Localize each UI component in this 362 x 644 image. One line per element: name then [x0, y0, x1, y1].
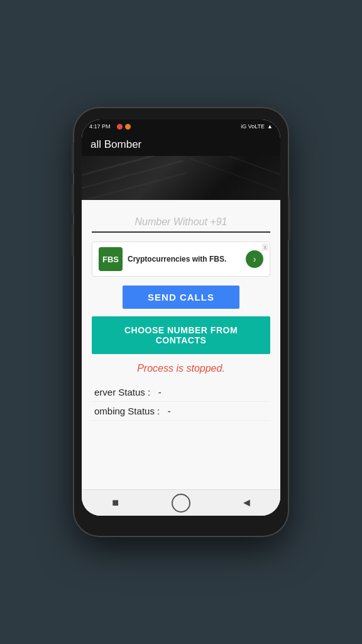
- number-input[interactable]: [92, 213, 270, 233]
- navigation-bar: ■ ◄: [82, 489, 280, 516]
- app-bar: all Bomber: [82, 133, 280, 156]
- number-input-wrapper: [92, 213, 270, 233]
- ad-text: Cryptocurrencies with FBS.: [128, 255, 241, 264]
- nav-home-button[interactable]: [172, 494, 190, 513]
- phone-frame: 4:17 PM iG VoLTE ▲ all Bomber FB: [74, 108, 288, 536]
- bombing-status-label: ombing Status :: [94, 406, 160, 416]
- phone-screen: 4:17 PM iG VoLTE ▲ all Bomber FB: [82, 119, 280, 516]
- status-bar: 4:17 PM iG VoLTE ▲: [82, 119, 280, 133]
- nav-square-button[interactable]: ■: [104, 492, 127, 514]
- server-status-value: -: [158, 387, 162, 397]
- send-calls-button[interactable]: SEND CALLS: [123, 286, 239, 309]
- signal-icon: ▲: [267, 123, 273, 130]
- bombing-status-value: -: [168, 406, 171, 416]
- main-content: FBS Cryptocurrencies with FBS. › x SEND …: [82, 200, 280, 489]
- ad-logo: FBS: [99, 247, 123, 271]
- nav-back-button[interactable]: ◄: [235, 492, 258, 514]
- ad-close-button[interactable]: x: [262, 243, 269, 251]
- status-right: iG VoLTE ▲: [241, 123, 273, 130]
- status-left: 4:17 PM: [89, 123, 131, 130]
- app-title: all Bomber: [90, 138, 141, 151]
- status-dot-orange: [125, 124, 131, 130]
- status-dot-red: [117, 124, 123, 130]
- process-status-text: Process is stopped.: [137, 363, 225, 374]
- server-status-row: erver Status : -: [92, 383, 270, 402]
- server-status-label: erver Status :: [94, 387, 150, 397]
- choose-number-button[interactable]: CHOOSE NUMBER FROM CONTACTS: [92, 316, 270, 354]
- ad-banner: FBS Cryptocurrencies with FBS. › x: [92, 242, 270, 277]
- ad-arrow-button[interactable]: ›: [246, 250, 263, 268]
- carrier-label: iG VoLTE: [241, 123, 265, 130]
- status-time: 4:17 PM: [89, 123, 111, 130]
- bombing-status-row: ombing Status : -: [92, 402, 270, 421]
- header-image: [82, 156, 280, 200]
